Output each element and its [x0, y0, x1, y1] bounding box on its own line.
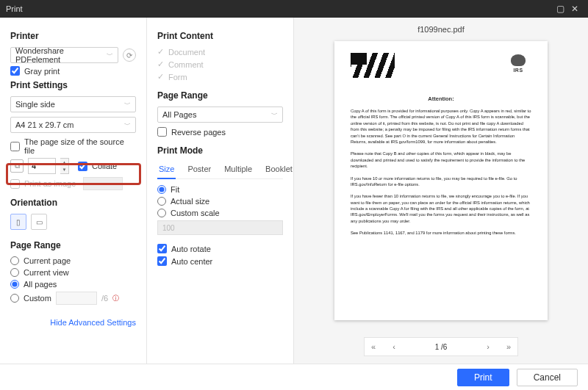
cancel-button[interactable]: Cancel: [517, 369, 578, 386]
printer-heading: Printer: [10, 31, 136, 41]
content-comment-check: ✓Comment: [157, 59, 283, 69]
pager-prev-icon[interactable]: ‹: [385, 342, 403, 351]
preview-paragraph: If you have 10 or more information retur…: [351, 176, 531, 188]
tab-multiple[interactable]: Multiple: [223, 162, 254, 178]
actual-size-radio[interactable]: Actual size: [157, 197, 283, 206]
page-range-heading: Page Range: [10, 240, 136, 250]
printer-properties-icon[interactable]: ⟳: [123, 48, 136, 62]
orientation-portrait-icon[interactable]: ▯: [10, 214, 26, 230]
pager-page-display: 1 /6: [406, 343, 476, 351]
middle-panel: Print Content ✓Document ✓Comment ✓Form P…: [147, 18, 294, 364]
eagle-icon: [511, 54, 526, 66]
window-title: Print: [6, 4, 23, 13]
info-icon: ⓘ: [112, 294, 119, 303]
page-size-source-checkbox[interactable]: The page size of the source file: [10, 137, 136, 155]
flag-icon: [351, 53, 395, 78]
pager-last-icon[interactable]: »: [500, 342, 517, 351]
pager-next-icon[interactable]: ›: [479, 342, 497, 351]
custom-range-input[interactable]: [56, 292, 97, 305]
preview-paragraph: Please note that Copy B and other copies…: [351, 151, 531, 169]
custom-scale-radio[interactable]: Custom scale: [157, 209, 283, 217]
attention-heading: Attention:: [351, 95, 531, 102]
preview-paragraph: If you have fewer than 10 information re…: [351, 193, 531, 224]
auto-center-checkbox[interactable]: Auto center: [157, 256, 283, 266]
page-range-heading-2: Page Range: [157, 90, 283, 101]
chevron-down-icon: ﹀: [107, 51, 113, 60]
preview-paragraph: See Publications 1141, 1167, and 1179 fo…: [351, 230, 531, 236]
tab-booklet[interactable]: Booklet: [264, 162, 294, 178]
preview-filename: f1099nec.pdf: [294, 18, 588, 38]
maximize-icon[interactable]: ▢: [553, 4, 567, 14]
page-range-select[interactable]: All Pages ﹀: [157, 106, 283, 123]
preview-panel: f1099nec.pdf IRS Attention: Copy A of th…: [294, 18, 588, 364]
current-view-radio[interactable]: Current view: [10, 268, 136, 277]
title-bar: Print ▢ ✕: [0, 0, 588, 18]
content-document-check: ✓Document: [157, 47, 283, 57]
auto-rotate-checkbox[interactable]: Auto rotate: [157, 244, 283, 253]
chevron-down-icon: ﹀: [271, 110, 278, 120]
page-preview: IRS Attention: Copy A of this form is pr…: [334, 41, 548, 320]
left-panel: Printer Wondershare PDFelement ﹀ ⟳ Gray …: [0, 18, 147, 364]
tab-size[interactable]: Size: [157, 162, 176, 179]
content-form-check: ✓Form: [157, 72, 283, 82]
preview-pager: « ‹ 1 /6 › »: [364, 337, 518, 356]
custom-range-radio[interactable]: Custom /6 ⓘ: [10, 292, 136, 305]
print-mode-heading: Print Mode: [157, 145, 283, 156]
print-button[interactable]: Print: [457, 369, 509, 386]
orientation-landscape-icon[interactable]: ▭: [31, 214, 47, 230]
print-content-heading: Print Content: [157, 31, 283, 41]
annotation-highlight: [6, 163, 141, 185]
print-settings-heading: Print Settings: [10, 80, 136, 90]
irs-logo: IRS: [508, 54, 528, 73]
orientation-heading: Orientation: [10, 198, 136, 208]
custom-scale-input: 100: [157, 220, 283, 235]
printer-select[interactable]: Wondershare PDFelement ﹀: [10, 47, 118, 63]
all-pages-radio[interactable]: All pages: [10, 280, 136, 289]
hide-advanced-link[interactable]: Hide Advanced Settings: [10, 318, 136, 327]
fit-radio[interactable]: Fit: [157, 185, 283, 194]
current-page-radio[interactable]: Current page: [10, 256, 136, 265]
sides-select[interactable]: Single side ﹀: [10, 96, 136, 112]
chevron-down-icon: ﹀: [124, 120, 131, 130]
paper-size-select[interactable]: A4 21 x 29.7 cm ﹀: [10, 117, 136, 133]
pager-first-icon[interactable]: «: [365, 342, 382, 351]
gray-print-checkbox[interactable]: Gray print: [10, 66, 136, 76]
preview-paragraph: Copy A of this form is provided for info…: [351, 108, 531, 145]
tab-poster[interactable]: Poster: [186, 162, 212, 178]
close-icon[interactable]: ✕: [567, 4, 582, 14]
chevron-down-icon: ﹀: [124, 100, 131, 109]
dialog-footer: Print Cancel: [0, 364, 588, 390]
reverse-pages-checkbox[interactable]: Reverse pages: [157, 127, 283, 137]
